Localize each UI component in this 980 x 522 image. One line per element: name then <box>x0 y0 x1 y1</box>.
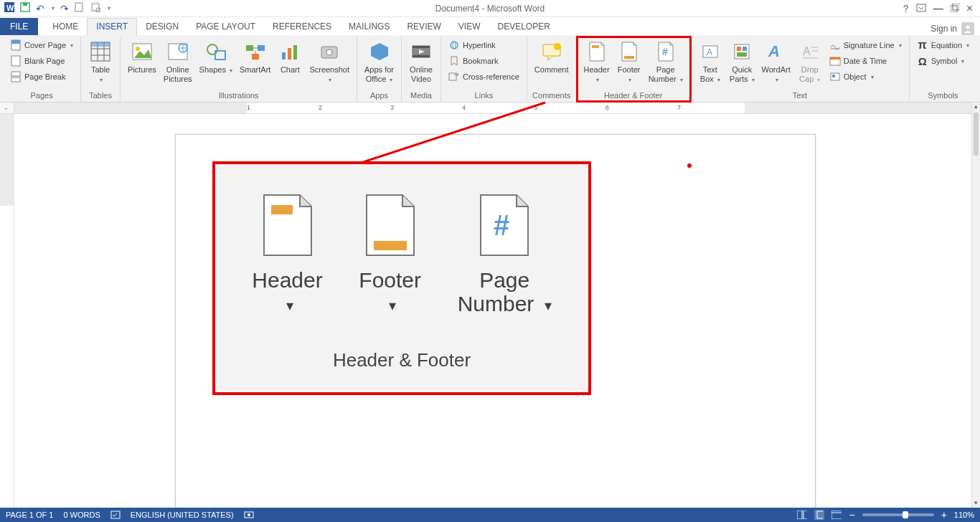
shapes-button[interactable]: Shapes ▾ <box>197 38 235 76</box>
blank-page-button[interactable]: Blank Page <box>7 54 76 68</box>
macro-recording-icon[interactable] <box>244 510 254 520</box>
footer-button[interactable]: Footer▾ <box>614 38 644 85</box>
tab-developer[interactable]: DEVELOPER <box>489 19 558 35</box>
pictures-button[interactable]: Pictures <box>125 38 159 76</box>
tab-review[interactable]: REVIEW <box>398 19 449 35</box>
tab-references[interactable]: REFERENCES <box>264 19 340 35</box>
object-button[interactable]: Object▾ <box>826 70 905 84</box>
cover-page-label: Cover Page <box>24 41 66 49</box>
svg-rect-12 <box>11 40 20 44</box>
group-media: Online Video Media <box>402 37 441 102</box>
chart-button[interactable]: Chart <box>275 38 305 76</box>
signature-line-button[interactable]: Signature Line▾ <box>826 38 905 52</box>
smartart-button[interactable]: SmartArt <box>237 38 273 76</box>
table-button[interactable]: Table▾ <box>85 38 116 85</box>
status-language[interactable]: ENGLISH (UNITED STATES) <box>131 511 234 519</box>
page-break-button[interactable]: Page Break <box>7 70 76 84</box>
help-icon[interactable]: ? <box>903 3 909 14</box>
tab-pagelayout[interactable]: PAGE LAYOUT <box>187 19 264 35</box>
status-words[interactable]: 0 WORDS <box>63 511 100 519</box>
print-layout-icon[interactable] <box>814 510 824 520</box>
new-doc-icon[interactable] <box>75 2 85 14</box>
svg-rect-51 <box>624 56 634 59</box>
vertical-ruler[interactable] <box>0 114 14 508</box>
save-icon[interactable] <box>20 2 30 14</box>
qat-customize-icon[interactable]: ▾ <box>108 5 110 11</box>
apps-for-office-button[interactable]: Apps for Office ▾ <box>362 38 397 85</box>
quick-parts-button[interactable]: Quick Parts ▾ <box>727 38 758 85</box>
screenshot-button[interactable]: Screenshot▾ <box>306 38 352 85</box>
group-comments: Comment Comments <box>527 37 577 102</box>
wordart-button[interactable]: AWordArt▾ <box>759 38 793 85</box>
zoom-slider-thumb[interactable] <box>903 511 908 518</box>
cross-reference-button[interactable]: Cross-reference <box>446 70 522 84</box>
callout-page-number-item: # Page Number ▾ <box>458 191 552 315</box>
print-preview-icon[interactable] <box>90 2 100 14</box>
undo-dropdown-icon[interactable]: ▾ <box>52 5 55 11</box>
close-icon[interactable]: × <box>966 2 973 15</box>
group-tables-label: Tables <box>85 90 116 102</box>
zoom-level[interactable]: 110% <box>954 511 974 519</box>
smartart-label: SmartArt <box>240 65 270 75</box>
window-controls: ? — × <box>903 2 980 15</box>
tab-file[interactable]: FILE <box>0 18 38 35</box>
tab-insert[interactable]: INSERT <box>87 18 137 36</box>
hyperlink-button[interactable]: Hyperlink <box>446 38 522 52</box>
screenshot-icon <box>319 39 340 64</box>
drop-cap-button[interactable]: ADrop Cap ▾ <box>795 38 825 85</box>
svg-marker-40 <box>371 43 388 60</box>
status-page[interactable]: PAGE 1 OF 1 <box>6 511 53 519</box>
symbol-button[interactable]: ΩSymbol▾ <box>914 54 972 68</box>
horizontal-ruler[interactable]: 1 2 3 4 5 6 7 <box>14 103 971 114</box>
zoom-in-button[interactable]: + <box>941 509 947 521</box>
ribbon: Cover Page▾ Blank Page Page Break Pages … <box>0 35 980 103</box>
callout-header-item: Header▾ <box>252 191 322 315</box>
svg-rect-66 <box>830 57 840 60</box>
scroll-thumb[interactable] <box>974 113 979 156</box>
header-button[interactable]: Header▾ <box>581 38 613 85</box>
tab-design[interactable]: DESIGN <box>137 19 187 35</box>
minimize-icon[interactable]: — <box>933 3 943 14</box>
blank-page-label: Blank Page <box>24 57 65 65</box>
equation-button[interactable]: πEquation▾ <box>914 38 972 52</box>
group-symbols: πEquation▾ ΩSymbol▾ Symbols <box>910 37 976 102</box>
bookmark-button[interactable]: Bookmark <box>446 54 522 68</box>
page-number-button[interactable]: #Page Number ▾ <box>646 38 686 85</box>
zoom-slider[interactable] <box>862 513 934 516</box>
object-label: Object <box>844 72 867 81</box>
tab-view[interactable]: VIEW <box>450 19 489 35</box>
date-time-button[interactable]: Date & Time <box>826 54 905 68</box>
scroll-up-icon[interactable]: ▴ <box>972 103 980 111</box>
group-illustrations-label: Illustrations <box>125 90 352 102</box>
text-box-button[interactable]: AText Box ▾ <box>695 38 725 85</box>
online-pictures-label: Online Pictures <box>164 65 192 83</box>
vertical-scrollbar[interactable]: ▴ ▾ <box>971 103 980 508</box>
svg-rect-7 <box>917 4 925 11</box>
tab-home[interactable]: HOME <box>44 19 87 35</box>
group-comments-label: Comments <box>532 90 572 102</box>
sign-in[interactable]: Sign in <box>930 22 980 35</box>
undo-icon[interactable]: ↶ <box>36 3 44 14</box>
date-time-label: Date & Time <box>844 57 887 65</box>
comment-button[interactable]: Comment <box>532 38 572 76</box>
zoom-out-button[interactable]: − <box>849 509 854 521</box>
scroll-down-icon[interactable]: ▾ <box>972 499 980 508</box>
group-pages: Cover Page▾ Blank Page Page Break Pages <box>3 37 81 102</box>
read-mode-icon[interactable] <box>797 510 807 520</box>
cover-page-button[interactable]: Cover Page▾ <box>7 38 76 52</box>
drop-cap-label: Drop Cap <box>799 65 819 83</box>
web-layout-icon[interactable] <box>831 510 842 520</box>
group-pages-label: Pages <box>7 90 76 102</box>
ruler-corner[interactable]: ⌐ <box>0 103 14 114</box>
svg-text:A: A <box>803 45 811 57</box>
spelling-icon[interactable] <box>110 510 121 520</box>
tab-mailings[interactable]: MAILINGS <box>340 19 398 35</box>
svg-rect-78 <box>817 511 823 518</box>
svg-point-46 <box>453 42 456 49</box>
ribbon-display-icon[interactable] <box>916 3 926 14</box>
redo-icon[interactable]: ↷ <box>60 3 69 14</box>
svg-rect-4 <box>75 3 83 11</box>
restore-icon[interactable] <box>951 3 959 14</box>
online-pictures-button[interactable]: Online Pictures <box>161 38 195 85</box>
online-video-button[interactable]: Online Video <box>406 38 436 85</box>
